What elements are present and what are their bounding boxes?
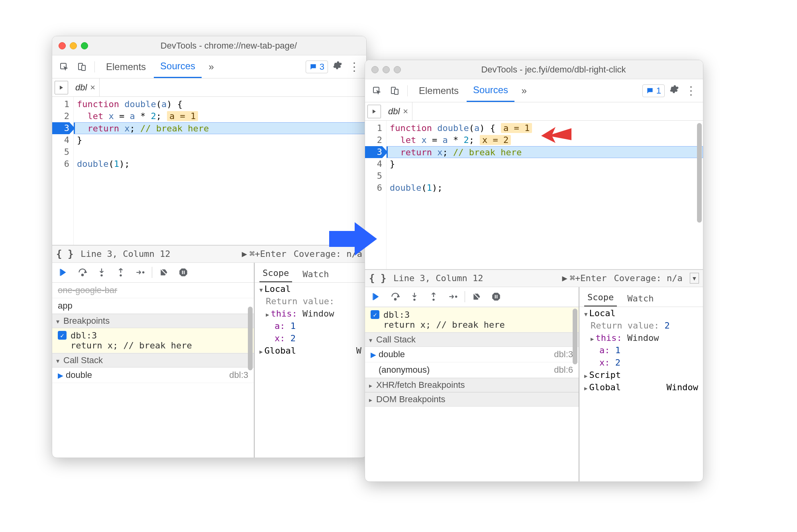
close-icon[interactable]: × xyxy=(403,106,408,117)
kebab-menu-icon[interactable]: ⋮ xyxy=(346,60,362,73)
settings-icon[interactable] xyxy=(330,60,345,73)
section-xhr-breakpoints[interactable]: XHR/fetch Breakpoints xyxy=(365,378,579,392)
device-toggle-icon[interactable] xyxy=(387,83,402,99)
navigator-toggle-icon[interactable] xyxy=(367,105,381,118)
call-stack-frame[interactable]: (anonymous) dbl:6 xyxy=(365,362,579,378)
list-item[interactable]: app xyxy=(52,298,254,314)
expand-icon[interactable]: ▾ xyxy=(690,273,699,284)
svg-rect-2 xyxy=(82,65,85,70)
call-stack-frame[interactable]: ▶double dbl:3 xyxy=(52,368,254,383)
step-icon[interactable] xyxy=(444,289,461,304)
file-tab-dbl[interactable]: dbl × xyxy=(384,102,412,120)
section-call-stack[interactable]: Call Stack xyxy=(365,332,579,347)
status-bar: { } Line 3, Column 12 ▶ ⌘+Enter Coverage… xyxy=(52,245,366,263)
issues-badge[interactable]: 1 xyxy=(642,84,665,97)
svg-point-5 xyxy=(100,274,102,276)
svg-point-6 xyxy=(120,274,122,276)
device-toggle-icon[interactable] xyxy=(74,59,90,75)
call-stack-frame[interactable]: ▶double dbl:3 xyxy=(365,347,579,362)
pause-exceptions-icon[interactable] xyxy=(175,265,192,280)
navigator-toggle-icon[interactable] xyxy=(55,81,68,94)
tab-scope[interactable]: Scope xyxy=(259,268,292,282)
issues-count: 1 xyxy=(656,86,661,96)
svg-rect-12 xyxy=(395,89,398,94)
scrollbar[interactable] xyxy=(248,307,253,370)
section-breakpoints[interactable]: Breakpoints xyxy=(52,314,254,328)
minimize-window-icon[interactable] xyxy=(383,66,390,73)
toolbar-divider xyxy=(407,85,408,96)
zoom-window-icon[interactable] xyxy=(394,66,401,73)
code-editor[interactable]: 1 2 3 4 5 6 function double(a) { let x =… xyxy=(52,97,366,245)
section-dom-breakpoints[interactable]: DOM Breakpoints xyxy=(365,392,579,407)
step-icon[interactable] xyxy=(131,265,149,280)
pretty-print-icon[interactable]: { } xyxy=(369,273,386,284)
svg-point-14 xyxy=(395,298,396,300)
list-item: one-google-bar xyxy=(52,283,254,298)
deactivate-breakpoints-icon[interactable] xyxy=(155,265,173,280)
tab-watch[interactable]: Watch xyxy=(299,269,332,282)
scope-body[interactable]: ▼Local Return value: 2 ▶this: Window a: … xyxy=(579,307,703,482)
debugger-sidepanel[interactable]: ✓ dbl:3 return x; // break here Call Sta… xyxy=(365,307,579,482)
step-over-icon[interactable] xyxy=(387,289,404,304)
svg-rect-3 xyxy=(60,269,61,276)
minimize-window-icon[interactable] xyxy=(70,42,77,49)
step-over-icon[interactable] xyxy=(74,265,91,280)
step-out-icon[interactable] xyxy=(112,265,130,280)
section-call-stack[interactable]: Call Stack xyxy=(52,353,254,368)
tab-elements[interactable]: Elements xyxy=(100,55,152,78)
devtools-window-right: DevTools - jec.fyi/demo/dbl-right-click … xyxy=(365,60,703,482)
pretty-print-icon[interactable]: { } xyxy=(56,248,73,260)
breakpoint-marker[interactable]: 3 xyxy=(52,122,69,134)
toolbar-divider xyxy=(94,61,95,72)
zoom-window-icon[interactable] xyxy=(81,42,88,49)
more-tabs-icon[interactable]: » xyxy=(516,83,532,99)
main-toolbar: Elements Sources » 3 ⋮ xyxy=(52,55,366,78)
tab-sources[interactable]: Sources xyxy=(467,79,514,102)
inline-value: a = 1 xyxy=(167,111,198,121)
scrollbar[interactable] xyxy=(573,309,577,364)
annotation-arrow-blue xyxy=(327,219,379,260)
inline-value: a = 1 xyxy=(501,123,532,133)
file-tab-label: dbl xyxy=(388,106,400,117)
line-gutter[interactable]: 1 2 3 4 5 6 xyxy=(52,97,74,245)
step-out-icon[interactable] xyxy=(425,289,442,304)
code-body[interactable]: function double(a) { let x = a * 2;a = 1… xyxy=(74,97,366,245)
file-tab-label: dbl xyxy=(75,82,87,93)
breakpoint-marker[interactable]: 3 xyxy=(365,146,382,158)
breakpoint-entry[interactable]: ✓ dbl:3 return x; // break here xyxy=(52,328,254,353)
inspect-icon[interactable] xyxy=(369,83,385,99)
deactivate-breakpoints-icon[interactable] xyxy=(468,289,486,304)
run-hint: ▶ ⌘+Enter xyxy=(562,273,607,283)
close-window-icon[interactable] xyxy=(371,66,379,73)
pause-exceptions-icon[interactable] xyxy=(487,289,505,304)
tab-elements[interactable]: Elements xyxy=(412,79,465,102)
scope-body[interactable]: ▼Local Return value: ▶this: Window a: 1 … xyxy=(255,283,366,458)
svg-point-7 xyxy=(142,271,144,273)
checkbox-icon[interactable]: ✓ xyxy=(58,331,67,340)
kebab-menu-icon[interactable]: ⋮ xyxy=(683,84,699,97)
more-tabs-icon[interactable]: » xyxy=(203,59,219,75)
tab-scope[interactable]: Scope xyxy=(584,292,617,307)
close-window-icon[interactable] xyxy=(59,42,66,49)
file-tab-bar: dbl × xyxy=(365,102,703,121)
issues-badge[interactable]: 3 xyxy=(306,61,328,73)
close-icon[interactable]: × xyxy=(90,82,95,93)
resume-icon[interactable] xyxy=(367,289,385,304)
checkbox-icon[interactable]: ✓ xyxy=(371,310,379,319)
settings-icon[interactable] xyxy=(666,84,681,97)
breakpoint-entry[interactable]: ✓ dbl:3 return x; // break here xyxy=(365,307,579,332)
scrollbar[interactable] xyxy=(697,123,702,223)
traffic-lights xyxy=(371,66,401,73)
step-into-icon[interactable] xyxy=(93,265,110,280)
tab-sources[interactable]: Sources xyxy=(154,55,202,78)
code-editor[interactable]: 1 2 3 4 5 6 function double(a) {a = 1 le… xyxy=(365,121,703,270)
file-tab-dbl[interactable]: dbl × xyxy=(71,78,100,96)
inspect-icon[interactable] xyxy=(56,59,72,75)
debugger-sidepanel[interactable]: one-google-bar app Breakpoints ✓ dbl:3 r… xyxy=(52,283,254,458)
step-into-icon[interactable] xyxy=(406,289,423,304)
window-title: DevTools - chrome://new-tab-page/ xyxy=(98,41,360,51)
titlebar: DevTools - chrome://new-tab-page/ xyxy=(52,36,366,55)
resume-icon[interactable] xyxy=(55,265,72,280)
tab-watch[interactable]: Watch xyxy=(624,293,657,307)
svg-rect-9 xyxy=(184,271,185,274)
